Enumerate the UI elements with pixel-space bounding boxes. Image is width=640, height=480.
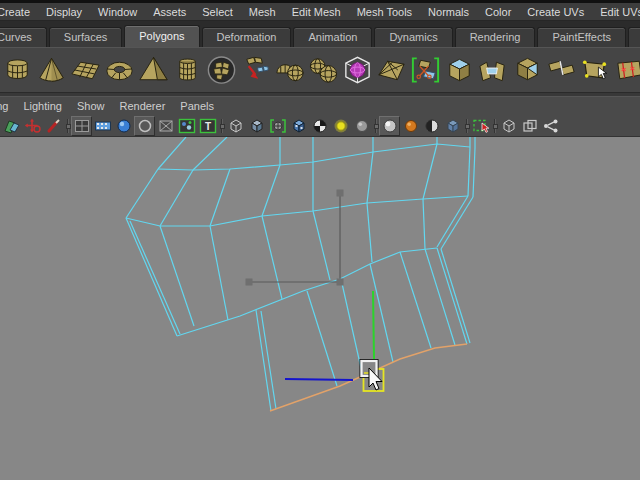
merge-icon[interactable] [545, 51, 578, 89]
poly-torus-icon[interactable] [103, 51, 136, 89]
triangulate-icon[interactable] [375, 51, 408, 89]
toolbar-separator [491, 118, 498, 134]
mesh-wire-edge [367, 152, 373, 203]
connections-icon[interactable] [540, 116, 561, 136]
mesh-wire-edge [262, 165, 280, 216]
svg-text:T: T [204, 120, 210, 131]
toolbar-separator [218, 118, 225, 134]
menu-color[interactable]: Color [485, 6, 511, 18]
menu-create[interactable]: Create [0, 6, 30, 18]
tab-toon[interactable]: Toon [628, 27, 640, 47]
menu-create-uvs[interactable]: Create UVs [527, 6, 584, 18]
viewport[interactable] [0, 137, 640, 480]
panel-menu-renderer[interactable]: Renderer [119, 100, 165, 112]
tab-surfaces[interactable]: Surfaces [49, 27, 122, 47]
menu-normals[interactable]: Normals [428, 6, 469, 18]
mesh-wire-edge [210, 226, 228, 320]
mesh-wire-edge [130, 221, 180, 334]
bevel-icon[interactable] [511, 51, 544, 89]
poly-pyramid-icon[interactable] [137, 51, 170, 89]
solid-cube-icon[interactable] [246, 116, 267, 136]
shelf-tab-strip: CurvesSurfacesPolygonsDeformationAnimati… [0, 21, 640, 47]
mesh-wire-edge [423, 144, 437, 199]
gate-mask-icon[interactable] [155, 116, 176, 136]
half-shade-icon[interactable] [421, 116, 442, 136]
panel-menu-shading[interactable]: Shading [0, 100, 8, 112]
blue-sphere-icon[interactable] [113, 116, 134, 136]
wire-cube-icon[interactable] [225, 116, 246, 136]
circled-sphere-icon[interactable] [205, 51, 238, 89]
paint-brush-icon[interactable] [43, 116, 64, 136]
overlap-squares-icon[interactable] [519, 116, 540, 136]
tab-animation[interactable]: Animation [293, 27, 372, 47]
smooth-preview-icon[interactable] [307, 51, 340, 89]
split-polygon-icon[interactable] [613, 51, 640, 89]
layout-grid-icon[interactable] [71, 116, 92, 136]
mesh-wire-edge [425, 249, 455, 345]
mesh-wire-edge [126, 218, 177, 336]
film-strip-icon[interactable] [92, 116, 113, 136]
pan-zoom-tool-icon[interactable] [22, 116, 43, 136]
menu-edit-uvs[interactable]: Edit UVs [600, 6, 640, 18]
tab-deformation[interactable]: Deformation [202, 27, 292, 47]
mesh-wire-edge [400, 252, 431, 348]
poly-plane-icon[interactable] [69, 51, 102, 89]
menu-select[interactable]: Select [202, 6, 233, 18]
bracket-sphere-icon[interactable] [267, 116, 288, 136]
cut-faces-icon[interactable] [409, 51, 442, 89]
reduce-icon[interactable] [239, 51, 272, 89]
smooth-icon[interactable] [273, 51, 306, 89]
menu-display[interactable]: Display [46, 6, 82, 18]
poly-cylinder-icon[interactable] [171, 51, 204, 89]
subdiv-proxy-icon[interactable] [341, 51, 374, 89]
menu-edit-mesh[interactable]: Edit Mesh [292, 6, 341, 18]
mesh-wire-edge [423, 199, 425, 249]
tab-curves[interactable]: Curves [0, 27, 47, 47]
light-bulb-icon[interactable] [330, 116, 351, 136]
guide-handle [337, 279, 344, 286]
mesh-wire-edge [437, 196, 468, 247]
bridge-icon[interactable] [477, 51, 510, 89]
gray-sphere-icon[interactable] [351, 116, 372, 136]
texture-cube-icon[interactable] [288, 116, 309, 136]
shaded-mode-icon[interactable] [379, 116, 400, 136]
tab-painteffects[interactable]: PaintEffects [537, 27, 626, 47]
mesh-wire-edge [158, 137, 186, 169]
toolbar-separator [64, 118, 71, 134]
select-box-icon[interactable] [470, 116, 491, 136]
scene-canvas[interactable] [0, 137, 640, 480]
mesh-wire-edge [468, 147, 470, 196]
main-menu-bar: CreateDisplayWindowAssetsSelectMeshEdit … [0, 3, 640, 21]
mesh-wire-edge [158, 144, 470, 170]
panel-toolbar: T [0, 115, 640, 137]
panel-menu-lighting[interactable]: Lighting [23, 100, 62, 112]
menu-mesh-tools[interactable]: Mesh Tools [357, 6, 412, 18]
mesh-wire-edge [126, 169, 158, 218]
mesh-wire-edge [437, 248, 467, 344]
mesh-wire-edge [313, 211, 330, 280]
panel-menu-show[interactable]: Show [77, 100, 105, 112]
move-manipulator-x-axis[interactable] [285, 379, 353, 380]
tab-rendering[interactable]: Rendering [455, 27, 536, 47]
menu-assets[interactable]: Assets [153, 6, 186, 18]
xray-cube-icon[interactable] [442, 116, 463, 136]
tab-dynamics[interactable]: Dynamics [374, 27, 452, 47]
poly-cone-icon[interactable] [35, 51, 68, 89]
extrude-face-icon[interactable] [443, 51, 476, 89]
title-safe-icon[interactable]: T [197, 116, 218, 136]
move-manipulator-y-axis[interactable] [373, 291, 374, 359]
append-polygon-icon[interactable] [579, 51, 612, 89]
panel-menu-panels[interactable]: Panels [180, 100, 214, 112]
isolate-cube-icon[interactable] [498, 116, 519, 136]
circle-mask-icon[interactable] [134, 116, 155, 136]
mesh-wire-edge [307, 291, 337, 386]
textured-mode-icon[interactable] [400, 116, 421, 136]
dots-frame-icon[interactable] [176, 116, 197, 136]
mesh-wire-edge [160, 170, 193, 226]
image-plane-icon[interactable] [1, 116, 22, 136]
poly-sphere-icon[interactable] [1, 51, 34, 89]
menu-mesh[interactable]: Mesh [249, 6, 276, 18]
menu-window[interactable]: Window [98, 6, 137, 18]
tab-polygons[interactable]: Polygons [124, 25, 199, 47]
checker-sphere-icon[interactable] [309, 116, 330, 136]
